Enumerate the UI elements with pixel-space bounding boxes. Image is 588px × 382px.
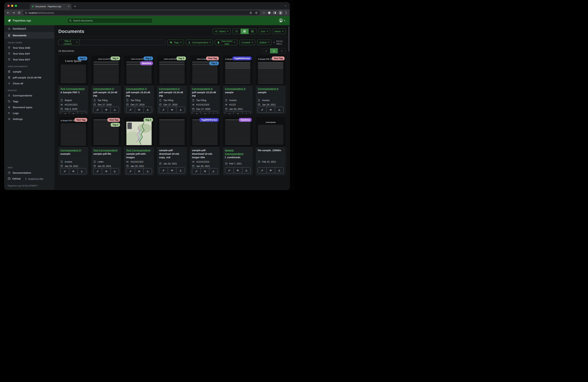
- preview-button[interactable]: [135, 107, 143, 113]
- correspondent-link[interactable]: Test Correspondent: [126, 149, 150, 152]
- sidebar-item-saved-view[interactable]: Test View NOT: [4, 57, 54, 62]
- download-button[interactable]: [275, 107, 283, 113]
- edit-button[interactable]: [61, 168, 69, 174]
- correspondent-link[interactable]: Correspondent 2: [192, 87, 212, 90]
- document-thumbnail[interactable]: Tag 3 Adobe Acrobat PDF Files: [157, 55, 187, 85]
- preview-button[interactable]: [102, 107, 110, 113]
- browser-profile-avatar[interactable]: [278, 11, 283, 15]
- document-thumbnail[interactable]: Tag 3: [124, 117, 154, 147]
- document-thumbnail[interactable]: Test Tag A Simple PDF File: [256, 55, 286, 85]
- preview-button[interactable]: [102, 168, 110, 174]
- pagination-next-button[interactable]: »: [278, 48, 285, 53]
- download-button[interactable]: [176, 107, 185, 113]
- maximize-window-button[interactable]: [15, 5, 17, 7]
- edit-button[interactable]: [159, 167, 168, 173]
- document-thumbnail[interactable]: Tag 3 Adobe Acrobat PDF Files: [91, 55, 121, 85]
- download-button[interactable]: [209, 168, 218, 174]
- tag-badge[interactable]: Tag 2: [78, 57, 87, 60]
- tag-badge[interactable]: Test Tag: [107, 118, 120, 122]
- preview-button[interactable]: [168, 167, 176, 173]
- site-info-icon[interactable]: [25, 12, 27, 14]
- correspondent-link[interactable]: Correspondent 2: [93, 87, 113, 90]
- document-title[interactable]: Correspondent 2: asample: [58, 147, 88, 159]
- document-thumbnail[interactable]: [157, 117, 187, 147]
- tag-badge[interactable]: TagWithPartial: [199, 118, 219, 122]
- pagination-prev-button[interactable]: «: [262, 48, 270, 53]
- document-title[interactable]: Test Correspondent: sample-pdf-with-imag…: [124, 147, 154, 159]
- search-input[interactable]: [67, 18, 153, 23]
- preview-button[interactable]: [69, 111, 78, 114]
- detail-view-button[interactable]: [249, 29, 256, 34]
- suggest-idea[interactable]: Suggest an idea: [25, 178, 43, 180]
- download-button[interactable]: [242, 111, 251, 114]
- preview-button[interactable]: [69, 168, 78, 174]
- sort-button[interactable]: Sort: [258, 29, 270, 34]
- tag-badge[interactable]: NewOne: [140, 61, 153, 65]
- extensions-puzzle-icon[interactable]: [268, 11, 271, 14]
- tab-close-icon[interactable]: ✕: [67, 5, 70, 8]
- edit-button[interactable]: [126, 107, 135, 113]
- sidebar-item-dashboard[interactable]: Dashboard: [4, 25, 54, 32]
- side-panel-icon[interactable]: [273, 11, 276, 14]
- document-title[interactable]: sample-pdf-download-10-mb-longer-title: [190, 147, 220, 159]
- tag-badge[interactable]: Test Tag: [272, 57, 285, 60]
- sidebar-item-open-document[interactable]: sample: [4, 69, 54, 75]
- document-title[interactable]: Correspondent 2: pdf-sample 10.24.48 PM: [157, 85, 187, 97]
- filter-field-dropdown[interactable]: Title & content: [58, 40, 80, 45]
- sidebar-item-documents[interactable]: Documents: [4, 32, 54, 39]
- tag-badge[interactable]: Tag 2: [144, 57, 153, 60]
- sidebar-item-github[interactable]: GitHub Suggest an idea: [4, 176, 54, 181]
- app-brand[interactable]: Paperless-ngx: [4, 19, 58, 22]
- correspondent-link[interactable]: Newest Correspondent: [225, 149, 243, 155]
- preview-button[interactable]: [233, 167, 242, 173]
- tab-search-chevron-icon[interactable]: [284, 5, 287, 9]
- correspondent-link[interactable]: Correspondent 2: [225, 87, 245, 90]
- preview-button[interactable]: [168, 107, 176, 113]
- document-thumbnail[interactable]: Tag 2NewOne Adobe Acrobat PDF Files: [124, 55, 154, 85]
- download-button[interactable]: [143, 168, 152, 174]
- tag-badge[interactable]: Test Tag: [74, 118, 87, 122]
- document-title[interactable]: Correspondent 2: pdf-sample 10.24.48 PM: [190, 85, 220, 97]
- download-button[interactable]: [110, 168, 119, 174]
- document-title[interactable]: sample-pdf-download-10-mb copy_red: [157, 147, 187, 161]
- filter-text-input[interactable]: [80, 40, 166, 45]
- added-filter-button[interactable]: Added: [257, 40, 271, 45]
- sidebar-item-saved-view[interactable]: Test View ANY: [4, 51, 54, 57]
- edit-button[interactable]: [258, 107, 266, 113]
- document-title[interactable]: file-sample_150kBs: [256, 147, 286, 159]
- correspondent-link[interactable]: Correspondent 2: [126, 87, 146, 90]
- correspondent-link[interactable]: Test Correspondent: [60, 87, 84, 90]
- tag-badge[interactable]: NewOne: [239, 118, 252, 122]
- preview-button[interactable]: [266, 107, 275, 113]
- download-button[interactable]: [78, 111, 86, 114]
- edit-button[interactable]: [159, 107, 168, 113]
- suggest-idea-link[interactable]: Suggest an idea: [28, 178, 43, 180]
- download-button[interactable]: [209, 111, 218, 114]
- correspondent-link[interactable]: Test Correspondent: [93, 149, 117, 152]
- tag-badge[interactable]: Test Tag: [206, 57, 219, 60]
- edit-button[interactable]: [258, 167, 266, 173]
- preview-button[interactable]: [201, 111, 209, 114]
- document-thumbnail[interactable]: TagWithPartial A Simple PDF File: [223, 55, 253, 85]
- edit-button[interactable]: [225, 167, 234, 173]
- sidebar-item-tags[interactable]: Tags: [4, 99, 54, 104]
- edit-button[interactable]: [126, 168, 135, 174]
- sidebar-item-correspondents[interactable]: Correspondents: [4, 93, 54, 99]
- download-button[interactable]: [242, 167, 251, 173]
- preview-button[interactable]: [266, 167, 275, 173]
- sidebar-item-open-document[interactable]: pdf-sample 10.24.48 PM: [4, 75, 54, 80]
- close-window-button[interactable]: [7, 5, 10, 7]
- edit-button[interactable]: [93, 107, 102, 113]
- tag-badge[interactable]: TagWithPartial: [232, 57, 252, 60]
- browser-menu-icon[interactable]: [285, 11, 287, 14]
- document-thumbnail[interactable]: Tag 2 Lorem Ipsum: [58, 55, 88, 85]
- tag-badge[interactable]: Tag 3: [111, 123, 120, 127]
- preview-button[interactable]: [201, 168, 209, 174]
- tag-badge[interactable]: Tag 3: [111, 57, 120, 60]
- download-button[interactable]: [110, 107, 119, 113]
- sidebar-item-settings[interactable]: Settings: [4, 116, 54, 122]
- scrollbar-thumb[interactable]: [289, 26, 289, 51]
- document-title[interactable]: Correspondent 2: sample: [256, 85, 286, 97]
- extension-badge-icon[interactable]: [262, 11, 265, 14]
- bookmark-star-icon[interactable]: [255, 11, 258, 14]
